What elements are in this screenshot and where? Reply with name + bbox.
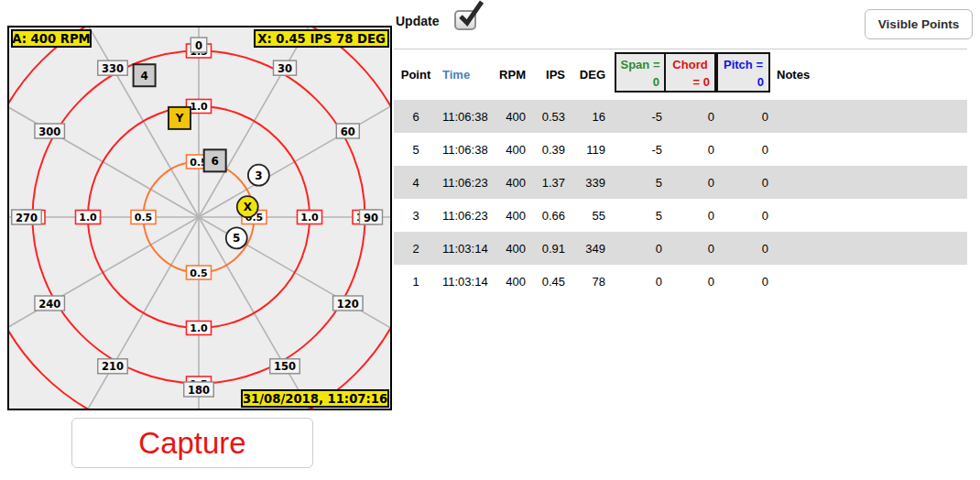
- chart-point-4: 4: [134, 64, 156, 86]
- chord-total-box: Chord = 0: [664, 52, 716, 93]
- cell-deg: 349: [567, 232, 607, 265]
- cell-chord: 0: [666, 166, 718, 199]
- svg-text:1.0: 1.0: [190, 101, 208, 113]
- cell-notes: [772, 232, 967, 265]
- angle-label-120: 120: [333, 296, 364, 311]
- cell-span: 5: [607, 166, 666, 199]
- radial-label-1.0: 1.0: [298, 211, 322, 224]
- column-header-chord: Chord = 0: [666, 49, 718, 100]
- column-header-time[interactable]: Time: [438, 49, 495, 100]
- rpm-info-label: A: 400 RPM: [12, 30, 91, 47]
- cell-notes: [772, 133, 967, 166]
- cell-time: 11:06:23: [438, 199, 495, 232]
- cell-time: 11:06:38: [438, 133, 495, 166]
- cell-pitch: 0: [718, 265, 772, 298]
- svg-text:120: 120: [337, 298, 359, 311]
- svg-text:3: 3: [255, 169, 262, 182]
- table-row[interactable]: 311:06:234000.6655500: [394, 199, 967, 232]
- svg-text:180: 180: [188, 384, 210, 397]
- pitch-label: Pitch =: [718, 56, 768, 73]
- column-header-ips: IPS: [528, 49, 567, 100]
- spoke-210-deg: [61, 217, 199, 409]
- svg-text:4: 4: [140, 70, 147, 82]
- cell-ips: 0.91: [528, 232, 567, 265]
- column-header-notes: Notes: [772, 49, 967, 100]
- radial-label-0.5: 0.5: [187, 266, 212, 279]
- radial-label-1.0: 1.0: [187, 322, 212, 335]
- polar-chart-svg: 0.50.50.50.51.01.01.01.01.51.51.51.50306…: [9, 27, 390, 409]
- svg-text:30: 30: [278, 62, 292, 75]
- cell-rpm: 400: [495, 265, 528, 298]
- cell-rpm: 400: [495, 232, 528, 265]
- cell-notes: [772, 100, 967, 133]
- cell-rpm: 400: [495, 199, 528, 232]
- svg-text:5: 5: [233, 232, 240, 245]
- chord-label: Chord: [666, 56, 714, 73]
- span-label: Span =: [616, 56, 664, 73]
- table-header-row: Point Time RPM IPS DEG Span = 0 Chord = …: [394, 49, 967, 100]
- svg-text:240: 240: [38, 298, 60, 311]
- cell-span: 0: [607, 265, 666, 298]
- angle-label-300: 300: [35, 124, 65, 138]
- cell-pitch: 0: [718, 100, 772, 133]
- pitch-total: 0: [718, 73, 768, 91]
- cell-time: 11:03:14: [438, 232, 495, 265]
- angle-label-180: 180: [184, 382, 214, 397]
- table-row[interactable]: 211:03:144000.91349000: [394, 232, 967, 265]
- svg-text:A: 400 RPM: A: 400 RPM: [12, 32, 90, 46]
- angle-label-150: 150: [270, 359, 300, 374]
- cell-ips: 0.66: [528, 199, 567, 232]
- svg-text:90: 90: [364, 212, 378, 224]
- svg-text:150: 150: [274, 360, 296, 373]
- cell-span: -5: [607, 100, 666, 133]
- points-table: Point Time RPM IPS DEG Span = 0 Chord = …: [394, 49, 967, 298]
- cell-pitch: 0: [718, 166, 772, 199]
- angle-label-270: 270: [12, 210, 42, 224]
- table-row[interactable]: 511:06:384000.39119-500: [394, 133, 967, 166]
- radial-label-1.0: 1.0: [76, 211, 101, 224]
- svg-text:1.0: 1.0: [190, 322, 208, 334]
- column-header-deg: DEG: [567, 49, 607, 100]
- angle-label-60: 60: [336, 124, 359, 138]
- cell-notes: [772, 166, 967, 199]
- svg-text:210: 210: [102, 360, 124, 373]
- cell-deg: 78: [567, 265, 607, 298]
- svg-text:60: 60: [341, 125, 355, 138]
- cell-ips: 1.37: [528, 166, 567, 199]
- cell-chord: 0: [666, 133, 718, 166]
- cell-pitch: 0: [718, 133, 772, 166]
- cell-deg: 119: [567, 133, 607, 166]
- cell-time: 11:06:23: [438, 166, 495, 199]
- check-icon: [457, 5, 485, 32]
- spoke-60-deg: [199, 80, 390, 217]
- svg-text:270: 270: [16, 212, 38, 224]
- update-label: Update: [396, 14, 439, 28]
- table-row[interactable]: 111:03:144000.4578000: [394, 265, 967, 298]
- angle-label-330: 330: [98, 60, 128, 75]
- table-row[interactable]: 611:06:384000.5316-500: [394, 100, 967, 133]
- angle-label-90: 90: [360, 210, 383, 224]
- svg-text:6: 6: [211, 155, 218, 168]
- cell-rpm: 400: [495, 133, 528, 166]
- svg-text:0.5: 0.5: [190, 267, 208, 279]
- cell-deg: 16: [567, 100, 607, 133]
- cell-rpm: 400: [495, 100, 528, 133]
- table-row[interactable]: 411:06:234001.37339500: [394, 166, 967, 199]
- cell-time: 11:06:38: [438, 100, 495, 133]
- cell-chord: 0: [666, 265, 718, 298]
- capture-button[interactable]: Capture: [71, 418, 313, 468]
- spoke-30-deg: [199, 27, 336, 217]
- cell-rpm: 400: [495, 166, 528, 199]
- span-total-box: Span = 0: [615, 52, 666, 93]
- angle-label-210: 210: [98, 359, 128, 374]
- svg-text:330: 330: [102, 62, 124, 75]
- pitch-total-box: Pitch = 0: [716, 52, 770, 93]
- table-body: 611:06:384000.5316-500511:06:384000.3911…: [394, 100, 967, 298]
- cell-time: 11:03:14: [438, 265, 495, 298]
- update-checkbox[interactable]: [454, 10, 476, 30]
- cell-point: 4: [394, 166, 438, 199]
- cell-chord: 0: [666, 199, 718, 232]
- column-header-span: Span = 0: [607, 49, 666, 100]
- visible-points-button[interactable]: Visible Points: [865, 9, 973, 39]
- cell-pitch: 0: [718, 199, 772, 232]
